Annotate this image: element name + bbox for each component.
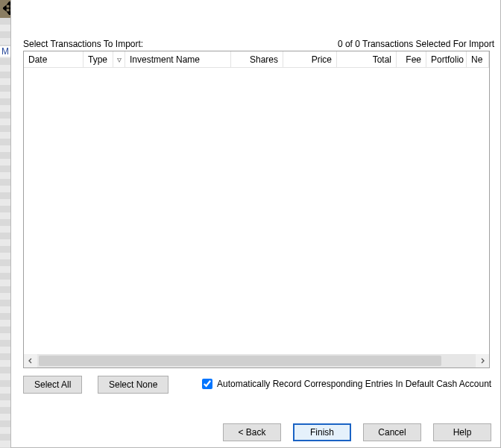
svg-marker-4 xyxy=(3,6,6,10)
column-header-date[interactable]: Date xyxy=(24,51,84,68)
transactions-table: Date Type ▿ Investment Name Shares Price… xyxy=(23,51,490,368)
auto-record-checkbox-row[interactable]: Automatically Record Corresponding Entri… xyxy=(202,379,491,389)
selection-status: 0 of 0 Transactions Selected For Import xyxy=(338,39,494,49)
cancel-button[interactable]: Cancel xyxy=(363,423,421,441)
column-header-ne[interactable]: Ne xyxy=(467,51,489,68)
wizard-button-row: < Back Finish Cancel Help xyxy=(11,423,494,441)
chevron-right-icon xyxy=(479,358,485,364)
chevron-left-icon xyxy=(28,358,34,364)
auto-record-label: Automatically Record Corresponding Entri… xyxy=(217,379,491,389)
finish-button[interactable]: Finish xyxy=(293,423,351,441)
scroll-left-button[interactable] xyxy=(24,354,37,367)
column-header-row: Date Type ▿ Investment Name Shares Price… xyxy=(24,51,489,68)
column-header-fee[interactable]: Fee xyxy=(397,51,426,68)
select-none-button[interactable]: Select None xyxy=(98,376,168,394)
select-transactions-label: Select Transactions To Import: xyxy=(23,39,143,49)
column-header-portfolio[interactable]: Portfolio xyxy=(426,51,467,68)
sort-indicator-icon[interactable]: ▿ xyxy=(113,51,125,68)
scroll-track[interactable] xyxy=(37,354,476,367)
scroll-right-button[interactable] xyxy=(476,354,489,367)
dialog-body: Select Transactions To Import: 0 of 0 Tr… xyxy=(10,0,501,448)
column-header-type[interactable]: Type xyxy=(84,51,113,68)
background-stripe xyxy=(0,18,10,448)
select-all-button[interactable]: Select All xyxy=(23,376,82,394)
scroll-thumb[interactable] xyxy=(39,356,441,366)
left-edge-letter: M xyxy=(0,46,10,57)
horizontal-scrollbar[interactable] xyxy=(24,354,489,367)
column-header-price[interactable]: Price xyxy=(283,51,337,68)
table-body-empty xyxy=(24,68,489,354)
auto-record-checkbox[interactable] xyxy=(202,379,212,389)
column-header-total[interactable]: Total xyxy=(337,51,397,68)
help-button[interactable]: Help xyxy=(433,423,491,441)
column-header-investment[interactable]: Investment Name xyxy=(125,51,231,68)
column-header-shares[interactable]: Shares xyxy=(231,51,283,68)
back-button[interactable]: < Back xyxy=(223,423,281,441)
